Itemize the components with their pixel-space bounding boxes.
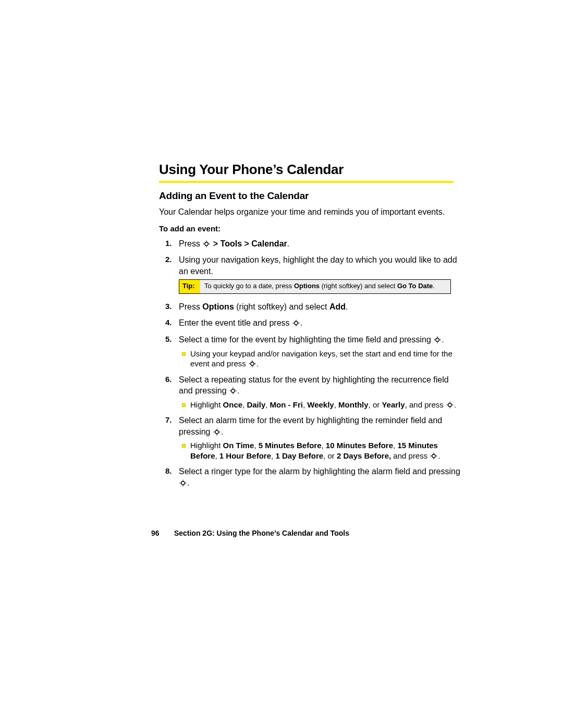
- s7s-c2: ,: [322, 441, 326, 450]
- s6s-b2: Daily: [247, 400, 265, 409]
- svg-point-39: [436, 455, 437, 456]
- nav-key-icon: [434, 336, 441, 343]
- s6s-b3: Mon - Fri: [270, 400, 303, 409]
- nav-key-icon: [249, 360, 256, 367]
- nav-key-icon: [292, 319, 300, 327]
- svg-point-0: [205, 242, 208, 245]
- step-8-a: Select a ringer type for the alarm by hi…: [179, 467, 460, 476]
- svg-point-1: [206, 240, 207, 241]
- step-1: Press > Tools > Calendar.: [159, 238, 461, 250]
- svg-point-34: [219, 431, 220, 433]
- svg-point-31: [216, 429, 217, 430]
- svg-point-43: [180, 483, 181, 484]
- step-6-b: .: [237, 386, 239, 395]
- svg-point-23: [230, 390, 231, 391]
- step-8-b: .: [187, 478, 189, 487]
- step-7-sublist: Highlight On Time, 5 Minutes Before, 10 …: [179, 440, 461, 461]
- nav-key-icon: [430, 452, 437, 460]
- nav-key-icon: [179, 479, 187, 487]
- step-3-d: Add: [329, 302, 346, 311]
- tip-text-c: (right softkey) and select: [320, 282, 397, 290]
- page-number: 96: [151, 529, 172, 537]
- step-3-c: (right softkey) and select: [234, 302, 329, 311]
- heading-underline: [159, 181, 454, 183]
- step-8: Select a ringer type for the alarm by hi…: [159, 466, 461, 488]
- footer-text: Section 2G: Using the Phone’s Calendar a…: [174, 529, 349, 537]
- step-5-sub-a: Using your keypad and/or navigation keys…: [190, 349, 452, 368]
- svg-point-4: [209, 243, 210, 244]
- step-3-a: Press: [179, 302, 202, 311]
- svg-point-13: [434, 339, 435, 340]
- s7s-c6: , or: [323, 451, 337, 460]
- step-6-sublist: Highlight Once, Daily, Mon - Fri, Weekly…: [179, 400, 461, 410]
- svg-point-20: [231, 389, 235, 392]
- step-list: Press > Tools > Calendar. Using your nav…: [159, 238, 461, 489]
- step-5-sublist: Using your keypad and/or navigation keys…: [179, 349, 461, 369]
- s6s-b1: Once: [223, 400, 243, 409]
- step-3-b: Options: [202, 302, 234, 311]
- intro-paragraph: Your Calendar helps organize your time a…: [159, 207, 461, 218]
- s7s-c7: and press: [391, 451, 430, 460]
- s6s-d: .: [454, 400, 456, 409]
- nav-key-icon: [446, 401, 454, 409]
- s6s-c5: , or: [369, 400, 382, 409]
- tip-box: Tip: To quickly go to a date, press Opti…: [179, 279, 451, 294]
- step-1-text-post: .: [287, 239, 289, 248]
- svg-point-26: [449, 401, 450, 402]
- svg-point-30: [215, 430, 218, 434]
- step-5-b: .: [442, 335, 444, 344]
- s6s-a: Highlight: [190, 400, 223, 409]
- s7s-d: .: [438, 451, 440, 460]
- svg-point-14: [440, 339, 441, 340]
- s7s-b1: On Time: [223, 441, 254, 450]
- page-title: Using Your Phone’s Calendar: [159, 162, 461, 178]
- svg-point-44: [186, 483, 187, 484]
- svg-point-33: [214, 431, 215, 433]
- step-1-text-a: Press: [179, 239, 202, 248]
- step-7-sub-1: Highlight On Time, 5 Minutes Before, 10 …: [179, 440, 461, 461]
- svg-point-35: [432, 454, 435, 458]
- step-4: Enter the event title and press .: [159, 317, 461, 329]
- tip-label: Tip:: [179, 280, 200, 293]
- step-7-b: .: [221, 427, 223, 436]
- svg-point-27: [449, 407, 450, 408]
- section-title: Adding an Event to the Calendar: [159, 190, 461, 202]
- step-6-a: Select a repeating status for the event …: [179, 375, 449, 396]
- s7s-b3: 10 Minutes Before: [326, 441, 393, 450]
- svg-point-9: [299, 323, 300, 324]
- step-3: Press Options (right softkey) and select…: [159, 301, 461, 313]
- nav-key-icon: [229, 387, 237, 394]
- s6s-c4: ,: [334, 400, 338, 409]
- step-5-sub-1: Using your keypad and/or navigation keys…: [179, 349, 461, 369]
- s7s-a: Highlight: [190, 441, 223, 450]
- svg-point-7: [296, 326, 297, 327]
- step-3-e: .: [346, 302, 348, 311]
- svg-point-16: [252, 361, 253, 362]
- s6s-c2: ,: [265, 400, 270, 409]
- svg-point-10: [436, 338, 439, 341]
- svg-point-25: [448, 403, 451, 406]
- tip-text-e: .: [433, 282, 435, 290]
- svg-point-3: [203, 243, 204, 244]
- procedure-lead: To add an event:: [159, 224, 461, 233]
- svg-point-40: [181, 482, 185, 485]
- tip-text-d: Go To Date: [397, 282, 433, 290]
- page-footer: 96 Section 2G: Using the Phone’s Calenda…: [151, 529, 349, 537]
- svg-point-38: [431, 455, 432, 456]
- svg-point-28: [447, 404, 448, 405]
- svg-point-41: [182, 480, 183, 481]
- s7s-b5: 1 Hour Before: [219, 451, 271, 460]
- tip-text-a: To quickly go to a date, press: [204, 282, 294, 290]
- svg-point-29: [452, 404, 454, 405]
- s6s-b4: Weekly: [307, 400, 334, 409]
- svg-point-18: [249, 363, 250, 364]
- svg-point-24: [236, 390, 237, 391]
- s6s-b6: Yearly: [382, 400, 405, 409]
- step-5-sub-b: .: [256, 359, 259, 368]
- step-6: Select a repeating status for the event …: [159, 374, 461, 410]
- s7s-b2: 5 Minutes Before: [259, 441, 322, 450]
- svg-point-11: [437, 337, 438, 338]
- svg-point-17: [252, 366, 253, 367]
- tip-text-b: Options: [294, 282, 320, 290]
- svg-point-6: [296, 320, 297, 321]
